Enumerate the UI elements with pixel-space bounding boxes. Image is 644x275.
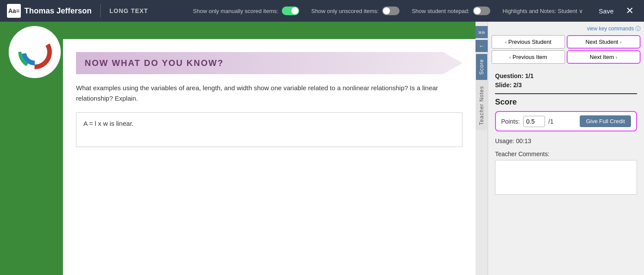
student-nav-row: ‹ Previous Student Next Student › <box>492 35 641 49</box>
slide-question: What examples using the variables of are… <box>76 83 462 104</box>
teacher-notes-tab[interactable]: Teacher Notes <box>476 81 487 130</box>
item-nav-row: ‹ Previous Item Next Item › <box>492 50 641 64</box>
next-student-button[interactable]: Next Student › <box>567 35 641 49</box>
points-input[interactable] <box>523 116 545 127</box>
slide-content: NOW WHAT DO YOU KNOW? What examples usin… <box>63 39 476 275</box>
points-total: /1 <box>548 118 554 125</box>
next-item-button[interactable]: Next Item › <box>567 50 641 64</box>
toggle1-knob <box>291 7 298 14</box>
section-divider <box>495 93 637 94</box>
save-button[interactable]: Save <box>595 6 617 16</box>
next-item-label: Next Item <box>590 54 614 60</box>
collapse-button[interactable]: »» <box>476 26 488 38</box>
right-panel-nav: view key commands ⓘ ‹ Previous Student N… <box>488 22 644 67</box>
toggle-notepad: Show student notepad: <box>412 7 490 15</box>
toggle2-label: Show only unscored items: <box>311 8 379 14</box>
main-layout: NOW WHAT DO YOU KNOW? What examples usin… <box>0 22 644 275</box>
prev-item-button[interactable]: ‹ Previous Item <box>492 50 565 64</box>
top-nav: Aa≡ Thomas Jefferson LONG TEXT Show only… <box>0 0 644 22</box>
score-tab[interactable]: Score <box>476 54 487 80</box>
content-area: NOW WHAT DO YOU KNOW? What examples usin… <box>0 22 476 275</box>
toggle3-switch[interactable] <box>473 7 490 15</box>
student-name: Thomas Jefferson <box>24 7 92 16</box>
right-panel: view key commands ⓘ ‹ Previous Student N… <box>488 22 644 275</box>
prev-student-chevron: ‹ <box>505 39 507 45</box>
question-number: Question: 1/1 <box>495 72 637 81</box>
toggle2-switch[interactable] <box>382 7 400 15</box>
next-item-chevron: › <box>616 55 618 60</box>
give-full-credit-button[interactable]: Give Full Credit <box>580 115 631 127</box>
prev-student-button[interactable]: ‹ Previous Student <box>492 35 565 49</box>
toggle1-switch[interactable] <box>282 7 299 15</box>
score-heading: Score <box>495 98 637 107</box>
toggle-manually-scored: Show only manually scored items: <box>193 7 299 15</box>
next-student-chevron: › <box>620 39 621 45</box>
question-info: Question: 1/1 Slide: 2/3 <box>495 72 637 90</box>
back-button[interactable]: ← <box>476 40 488 52</box>
toggle3-label: Show student notepad: <box>412 8 469 14</box>
slide-number: Slide: 2/3 <box>495 81 637 90</box>
logo-circle <box>9 26 61 78</box>
toggle1-label: Show only manually scored items: <box>193 8 278 14</box>
prev-item-label: Previous Item <box>512 54 547 60</box>
svg-point-1 <box>24 41 46 63</box>
teacher-comments-label: Teacher Comments: <box>495 151 637 157</box>
nav-logo: Aa≡ Thomas Jefferson <box>7 4 92 18</box>
student-answer: A = l x w is linear. <box>83 120 133 127</box>
logo-svg <box>15 33 54 72</box>
toggle3-knob <box>474 7 481 14</box>
score-section: Question: 1/1 Slide: 2/3 Score Points: /… <box>488 67 644 201</box>
view-key-commands[interactable]: view key commands ⓘ <box>492 25 641 33</box>
prev-student-label: Previous Student <box>509 39 552 45</box>
logo-container <box>9 26 61 78</box>
highlights-notes[interactable]: Highlights and Notes: Student ∨ <box>502 8 583 14</box>
side-tabs: »» ← Score Teacher Notes <box>476 22 488 275</box>
slide-header: NOW WHAT DO YOU KNOW? <box>76 52 462 74</box>
next-student-label: Next Student <box>585 39 618 45</box>
item-type: LONG TEXT <box>109 7 148 14</box>
logo-icon: Aa≡ <box>7 4 21 18</box>
slide-header-text: NOW WHAT DO YOU KNOW? <box>85 58 224 68</box>
toggle2-knob <box>383 7 390 14</box>
toggle-unscored: Show only unscored items: <box>311 7 400 15</box>
usage-display: Usage: 00:13 <box>495 138 637 144</box>
points-label: Points: <box>501 118 520 125</box>
points-row: Points: /1 Give Full Credit <box>495 111 637 131</box>
teacher-comments-input[interactable] <box>495 160 637 195</box>
close-button[interactable]: ✕ <box>622 4 637 17</box>
nav-divider <box>100 4 101 17</box>
prev-item-chevron: ‹ <box>509 55 511 60</box>
student-answer-box: A = l x w is linear. <box>76 112 462 147</box>
